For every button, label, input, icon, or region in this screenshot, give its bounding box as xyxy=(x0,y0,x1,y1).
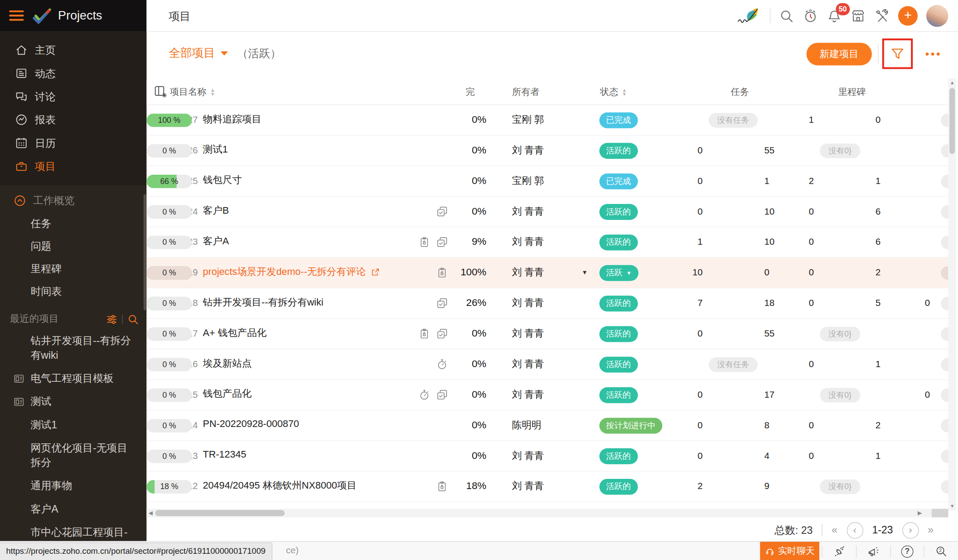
table-row[interactable]: SE-26测试10%刘 青青活跃的00 %55没有0} xyxy=(147,136,948,166)
table-row[interactable]: ⚙SE-19projects场景开发demo--无拆分有评论100%刘 青青▼活… xyxy=(147,258,948,288)
external-link-icon[interactable] xyxy=(370,267,380,277)
first-page-button[interactable]: « xyxy=(832,524,837,537)
project-scope-dropdown[interactable]: 全部项目 xyxy=(169,45,228,61)
scroll-down-arrow[interactable]: ▼ xyxy=(948,503,956,509)
status-badge[interactable]: 活跃的 xyxy=(599,387,637,403)
add-new-button[interactable]: + xyxy=(898,6,918,26)
sidebar-subitem[interactable]: 问题 xyxy=(0,235,147,258)
column-settings-icon[interactable] xyxy=(154,85,167,98)
project-name-link[interactable]: PN-20220928-000870 xyxy=(203,419,299,430)
next-page-button[interactable]: › xyxy=(902,522,919,538)
sidebar-subitem[interactable]: 任务 xyxy=(0,212,147,235)
recent-project-item[interactable]: 测试1 xyxy=(0,414,147,437)
work-overview-header[interactable]: 工作概览 xyxy=(0,185,147,212)
hamburger-menu-icon[interactable] xyxy=(9,10,24,20)
timer-clock-icon[interactable] xyxy=(803,8,818,23)
status-badge[interactable]: 活跃的 xyxy=(599,479,637,495)
recent-project-item[interactable]: 电气工程项目模板 xyxy=(0,367,147,390)
zoom-search-icon[interactable]: 2 xyxy=(925,545,958,558)
table-row[interactable]: SE-18钻井开发项目--有拆分有wiki26%刘 青青活跃的728 %1800… xyxy=(147,288,948,319)
status-badge[interactable]: 活跃的 xyxy=(599,143,637,159)
column-header-milestones[interactable]: 里程碑 xyxy=(838,86,866,98)
table-row[interactable]: SE-16埃及新站点0%刘 青青活跃的没有任务00 %1 xyxy=(147,349,948,380)
table-row[interactable]: SE-24客户B0%刘 青青活跃的00 %1000 %6 xyxy=(147,197,948,227)
recent-project-item[interactable]: 通用事物 xyxy=(0,474,147,497)
status-badge[interactable]: 已完成 xyxy=(599,173,637,189)
column-header-tasks[interactable]: 任务 xyxy=(731,86,749,98)
signature-feather-icon[interactable] xyxy=(737,6,761,25)
status-badge[interactable]: 活跃的 xyxy=(599,326,637,342)
table-row[interactable]: SE-14PN-20220928-0008700%陈明明按计划进行中00 %80… xyxy=(147,411,948,441)
sidebar-item-calendar[interactable]: 日历 xyxy=(0,131,147,154)
previous-page-button[interactable]: ‹ xyxy=(847,522,863,538)
sidebar-item-reports[interactable]: 报表 xyxy=(0,108,147,131)
project-name-link[interactable]: 埃及新站点 xyxy=(203,357,251,370)
horizontal-scrollbar[interactable]: ◀ ▶ xyxy=(147,509,948,517)
sidebar-subitem[interactable]: 时间表 xyxy=(0,280,147,303)
project-name-link[interactable]: 钱包尺寸 xyxy=(203,174,242,187)
status-badge[interactable]: 按计划进行中 xyxy=(599,418,662,434)
scroll-left-arrow[interactable]: ◀ xyxy=(149,509,153,517)
project-search-icon[interactable] xyxy=(127,313,140,325)
status-badge[interactable]: 活跃的 xyxy=(599,235,637,251)
table-row[interactable]: SE-27物料追踪项目0%宝刚 郭已完成没有任务1100 %0 xyxy=(147,105,948,136)
project-name-link[interactable]: TR-12345 xyxy=(203,449,246,460)
horizontal-scroll-thumb[interactable] xyxy=(155,510,285,516)
scroll-right-arrow[interactable]: ▶ xyxy=(918,509,922,517)
project-name-link[interactable]: 物料追踪项目 xyxy=(203,113,261,126)
column-header-owner[interactable]: 所有者 xyxy=(512,86,539,98)
sidebar-item-discuss[interactable]: 讨论 xyxy=(0,85,147,108)
vertical-scrollbar[interactable]: ▲ ▼ xyxy=(948,78,956,510)
project-name-link[interactable]: 测试1 xyxy=(203,144,228,157)
sidebar-item-feed[interactable]: 动态 xyxy=(0,62,147,85)
last-page-button[interactable]: » xyxy=(928,524,934,537)
recent-project-item[interactable]: 市中心花园工程项目- xyxy=(0,521,147,541)
status-badge[interactable]: 活跃的 xyxy=(599,356,637,372)
project-name-link[interactable]: A+ 钱包产品化 xyxy=(203,327,267,340)
project-name-link[interactable]: 钱包产品化 xyxy=(203,388,251,401)
status-badge[interactable]: 已完成 xyxy=(599,112,637,128)
feedback-plug-icon[interactable] xyxy=(822,545,856,558)
more-options-button[interactable] xyxy=(926,52,940,55)
recent-project-item[interactable]: 钻井开发项目--有拆分有wiki xyxy=(0,329,147,367)
search-icon[interactable] xyxy=(779,8,794,23)
status-badge[interactable]: 活跃▼ xyxy=(599,265,638,281)
table-row[interactable]: SE-23客户A9%刘 青青活跃的19 %1000 %6 xyxy=(147,227,948,258)
column-header-name[interactable]: 项目名称▲▼ xyxy=(170,86,215,98)
marketplace-store-icon[interactable] xyxy=(851,8,866,23)
project-name-link[interactable]: projects场景开发demo--无拆分有评论 xyxy=(203,266,380,278)
status-badge[interactable]: 活跃的 xyxy=(599,448,637,464)
notifications-bell-icon[interactable]: 50 xyxy=(827,8,842,23)
sidebar-item-projects[interactable]: 项目 xyxy=(0,155,147,178)
live-chat-button[interactable]: 实时聊天 xyxy=(760,542,820,560)
sidebar-subitem[interactable]: 里程碑 xyxy=(0,258,147,280)
project-name-link[interactable]: 钻井开发项目--有拆分有wiki xyxy=(203,296,323,309)
recent-project-item[interactable]: 客户A xyxy=(0,498,147,521)
project-name-link[interactable]: 20494/20495 林德钦州NX8000项目 xyxy=(203,479,357,492)
sidebar-item-home[interactable]: 主页 xyxy=(0,39,147,62)
user-avatar[interactable] xyxy=(926,5,948,27)
new-project-button[interactable]: 新建项目 xyxy=(806,43,872,65)
tools-icon[interactable] xyxy=(874,8,889,23)
announcements-megaphone-icon[interactable] xyxy=(856,545,890,558)
table-row[interactable]: SE-15钱包产品化0%刘 青青活跃的00 %17没有0}0 xyxy=(147,380,948,411)
scroll-up-arrow[interactable]: ▲ xyxy=(948,80,956,85)
recent-project-item[interactable]: 网页优化项目-无项目拆分 xyxy=(0,437,147,474)
filter-button-annotated[interactable] xyxy=(882,39,913,69)
sidebar-scrollbar[interactable] xyxy=(144,194,146,310)
project-name-link[interactable]: 客户B xyxy=(203,204,229,217)
table-row[interactable]: SE-1220494/20495 林德钦州NX8000项目18%刘 青青活跃的2… xyxy=(147,471,948,502)
column-header-status[interactable]: 状态▲▼ xyxy=(600,86,627,98)
project-name-link[interactable]: 客户A xyxy=(203,235,229,248)
filter-sliders-icon[interactable] xyxy=(106,313,118,325)
table-row[interactable]: SE-25钱包尺寸0%宝刚 郭已完成00 %1266 %1 xyxy=(147,166,948,197)
vertical-scroll-thumb[interactable] xyxy=(950,88,955,154)
table-row[interactable]: SE-17A+ 钱包产品化0%刘 青青活跃的00 %55没有0} xyxy=(147,319,948,349)
status-badge[interactable]: 活跃的 xyxy=(599,296,637,312)
owner-dropdown-caret-icon[interactable]: ▼ xyxy=(581,269,588,275)
table-row[interactable]: SE-13TR-123450%刘 青青活跃的00 %400 %1 xyxy=(147,441,948,472)
status-badge[interactable]: 活跃的 xyxy=(599,204,637,220)
column-header-complete[interactable]: 完 xyxy=(466,86,475,98)
help-question-icon[interactable]: ? xyxy=(891,545,924,557)
recent-project-item[interactable]: 测试 xyxy=(0,390,147,413)
